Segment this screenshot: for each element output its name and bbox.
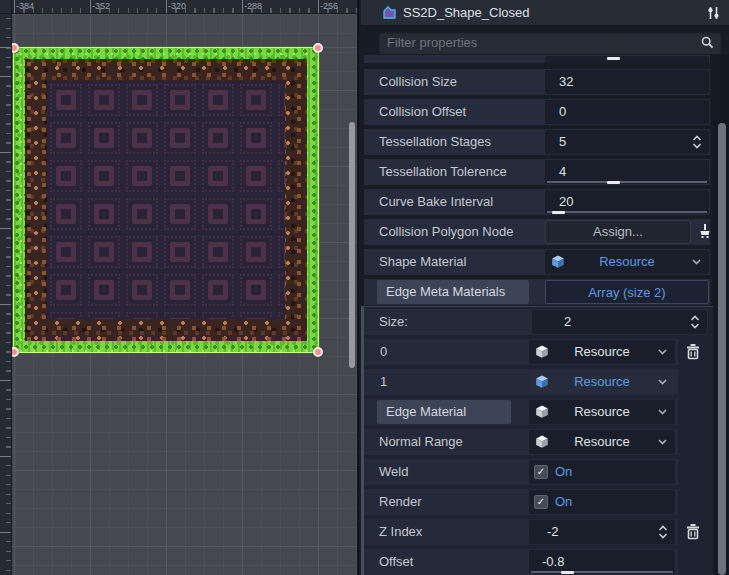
property-label: Normal Range	[379, 429, 463, 455]
property-label: Shape Material	[379, 249, 466, 275]
checkbox-field[interactable]: ✓ On	[529, 460, 675, 484]
filter-properties-input[interactable]: Filter properties	[379, 32, 721, 54]
horizontal-ruler: -384 -352 -320 -288 -256	[12, 0, 357, 14]
fill-tile	[199, 119, 237, 157]
array-size-label: Array (size 2)	[546, 281, 708, 305]
resource-dropdown[interactable]: Resource	[529, 430, 675, 454]
slider-grabber[interactable]	[607, 57, 620, 60]
ruler-label: -288	[244, 1, 262, 11]
inspector-scrollbar-grabber[interactable]	[718, 123, 726, 575]
slider-track[interactable]	[547, 211, 707, 213]
fill-tile	[199, 233, 237, 271]
checkbox-checked-icon[interactable]: ✓	[534, 495, 548, 509]
fill-tile	[275, 309, 285, 319]
fill-tile	[199, 195, 237, 233]
array-expand-button[interactable]: Array (size 2)	[545, 280, 709, 304]
fill-tile	[47, 233, 85, 271]
slider-track[interactable]	[547, 181, 707, 183]
point-handle-top-right[interactable]	[313, 43, 323, 53]
node-title: SS2D_Shape_Closed	[403, 0, 529, 25]
property-label: Offset	[379, 549, 413, 575]
property-row-collision-offset: Collision Offset 0	[364, 99, 710, 125]
fill-tile	[237, 309, 275, 319]
fill-tile	[199, 81, 237, 119]
fill-tile	[275, 157, 285, 195]
slider-grabber[interactable]	[607, 181, 620, 184]
fill-tile	[85, 157, 123, 195]
resource-dropdown[interactable]: Resource	[529, 340, 675, 364]
slider-field[interactable]: 4	[545, 160, 709, 184]
slider-field[interactable]: 20	[545, 190, 709, 214]
field-value: 5	[559, 130, 566, 154]
property-label: Curve Bake Interval	[379, 189, 493, 215]
property-label: Weld	[379, 459, 408, 485]
assign-node-button[interactable]: Assign...	[545, 220, 691, 244]
slider-track[interactable]	[531, 571, 673, 573]
property-label: Size:	[379, 309, 408, 335]
number-field[interactable]: 0	[545, 100, 709, 124]
fill-tile	[85, 119, 123, 157]
property-label: Tessellation Stages	[379, 129, 491, 155]
fill-tile	[161, 309, 199, 319]
property-label: Collision Polygon Node	[379, 219, 513, 245]
spinbox-updown-icon[interactable]	[692, 135, 702, 149]
fill-tile	[161, 157, 199, 195]
fill-tile	[123, 309, 161, 319]
inspector-header: SS2D_Shape_Closed	[361, 0, 729, 26]
fill-tile	[85, 271, 123, 309]
spinbox-field[interactable]: 2	[532, 310, 707, 334]
fill-tile	[123, 195, 161, 233]
point-handle-bottom-right[interactable]	[313, 347, 323, 357]
slider-field[interactable]: -0.8	[529, 550, 675, 574]
resource-dropdown[interactable]: Resource	[529, 400, 675, 424]
property-row-weld: Weld ✓ On	[364, 459, 678, 485]
property-row-tessellation-tolerence: Tessellation Tolerence 4	[364, 159, 710, 185]
ruler-label: -320	[168, 1, 186, 11]
spinbox-field[interactable]: 5	[545, 130, 709, 154]
viewport-vertical-scrollbar[interactable]	[349, 122, 355, 368]
clear-node-icon[interactable]	[697, 223, 713, 239]
inspector-tools-icon[interactable]	[706, 5, 721, 21]
fill-tile	[237, 195, 275, 233]
field-value: -2	[547, 520, 559, 544]
property-row-tessellation-stages: Tessellation Stages 5	[364, 129, 710, 155]
property-row-edge-material: Edge Material Resource	[364, 399, 678, 425]
slider-grabber[interactable]	[552, 211, 565, 214]
ss2d-shape[interactable]	[14, 48, 318, 352]
spinbox-updown-icon[interactable]	[658, 525, 668, 539]
property-row-array-size: Size: 2	[364, 309, 708, 335]
delete-item-icon[interactable]	[685, 343, 701, 360]
fill-tile	[161, 195, 199, 233]
delete-item-icon[interactable]	[685, 523, 701, 540]
slider-grabber[interactable]	[561, 571, 574, 574]
property-label-selected[interactable]: Edge Material	[377, 400, 511, 424]
resource-dropdown-expanded[interactable]: Resource	[529, 370, 675, 394]
field-value: 32	[559, 70, 573, 94]
2d-viewport[interactable]: -384 -352 -320 -288 -256	[0, 0, 357, 575]
slider-field[interactable]	[545, 56, 709, 63]
fill-tile	[237, 119, 275, 157]
property-label-selected[interactable]: Edge Meta Materials	[377, 280, 529, 304]
fill-tile	[275, 271, 285, 309]
fill-texture	[47, 81, 285, 319]
shape-node-icon	[382, 5, 398, 21]
spinbox-field[interactable]: -2	[529, 520, 675, 544]
property-row-offset: Offset -0.8	[364, 549, 678, 575]
field-value: 2	[564, 310, 571, 334]
fill-tile	[123, 233, 161, 271]
fill-tile	[275, 119, 285, 157]
array-index-label: 0	[380, 339, 387, 365]
spinbox-updown-icon[interactable]	[690, 315, 700, 329]
fill-tile	[161, 81, 199, 119]
property-row-normal-range: Normal Range Resource	[364, 429, 678, 455]
property-row-collision-size: Collision Size 32	[364, 69, 710, 95]
checkbox-field[interactable]: ✓ On	[529, 490, 675, 514]
checkbox-checked-icon[interactable]: ✓	[534, 465, 548, 479]
fill-tile	[123, 81, 161, 119]
resource-label: Resource	[529, 370, 675, 394]
resource-dropdown[interactable]: Resource	[545, 250, 709, 274]
resource-label: Resource	[529, 400, 675, 424]
number-field[interactable]: 32	[545, 70, 709, 94]
fill-tile	[161, 233, 199, 271]
fill-tile	[275, 81, 285, 119]
